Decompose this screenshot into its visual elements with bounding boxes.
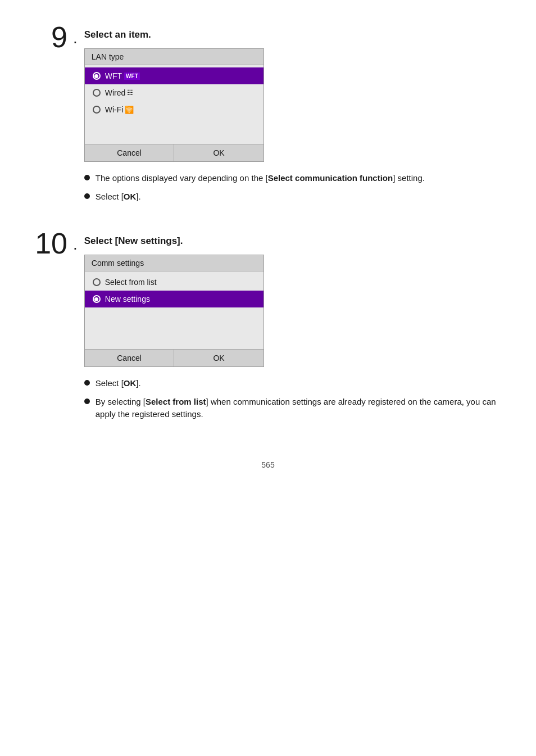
step-number-9: 9 bbox=[34, 22, 67, 52]
step-content-9: Select an item. LAN type WFT WFT Wired ☷ bbox=[84, 22, 502, 209]
cancel-button-10[interactable]: Cancel bbox=[85, 350, 175, 366]
wft-badge: WFT bbox=[124, 73, 140, 80]
screen-row-select-list[interactable]: Select from list bbox=[85, 274, 264, 291]
row-label-wifi: Wi-Fi bbox=[105, 105, 124, 114]
step-9: 9 . Select an item. LAN type WFT WFT Wir… bbox=[34, 22, 502, 209]
bullet-dot-9-2 bbox=[84, 193, 90, 199]
screen-spacer-10b bbox=[85, 323, 264, 339]
bullet-dot-10-1 bbox=[84, 380, 90, 386]
row-label-wired: Wired bbox=[105, 88, 126, 97]
screen-body-9: WFT WFT Wired ☷ Wi-Fi 🛜 bbox=[85, 65, 264, 144]
screen-footer-9: Cancel OK bbox=[85, 144, 264, 161]
ok-button-10[interactable]: OK bbox=[174, 350, 264, 366]
bold-9-1: Select communication function bbox=[268, 173, 393, 183]
bullet-list-10: Select [OK]. By selecting [Select from l… bbox=[84, 377, 502, 421]
bullet-text-10-2: By selecting [Select from list] when com… bbox=[96, 396, 502, 421]
radio-select-list bbox=[93, 278, 101, 286]
bold-10-2: Select from list bbox=[146, 397, 206, 406]
camera-screen-10: Comm settings Select from list New setti… bbox=[84, 255, 264, 367]
bullet-text-9-2: Select [OK]. bbox=[96, 191, 502, 203]
screen-row-wft[interactable]: WFT WFT bbox=[85, 67, 264, 84]
bullet-10-2: By selecting [Select from list] when com… bbox=[84, 396, 502, 421]
radio-wifi bbox=[93, 106, 101, 114]
bullet-text-9-1: The options displayed vary depending on … bbox=[96, 172, 502, 185]
page-number: 565 bbox=[34, 460, 502, 469]
radio-wired bbox=[93, 89, 101, 97]
bullet-10-1: Select [OK]. bbox=[84, 377, 502, 390]
wifi-icon: 🛜 bbox=[125, 106, 134, 114]
screen-spacer-10c bbox=[85, 339, 264, 347]
camera-screen-9: LAN type WFT WFT Wired ☷ bbox=[84, 48, 264, 162]
step-title-9: Select an item. bbox=[84, 22, 502, 40]
step-number-10: 10 bbox=[34, 229, 67, 258]
network-icon: ☷ bbox=[127, 89, 133, 97]
radio-new-settings bbox=[93, 295, 101, 303]
bullet-dot-10-2 bbox=[84, 399, 90, 404]
screen-spacer-10 bbox=[85, 307, 264, 323]
bold-10-1: OK bbox=[124, 378, 137, 388]
screen-row-wired[interactable]: Wired ☷ bbox=[85, 84, 264, 101]
bullet-9-1: The options displayed vary depending on … bbox=[84, 172, 502, 185]
screen-row-wifi[interactable]: Wi-Fi 🛜 bbox=[85, 101, 264, 118]
step-dot-9: . bbox=[73, 22, 78, 46]
screen-spacer-9 bbox=[85, 118, 264, 134]
radio-inner-new-settings bbox=[94, 297, 98, 301]
screen-row-new-settings[interactable]: New settings bbox=[85, 291, 264, 307]
screen-header-10: Comm settings bbox=[85, 255, 264, 271]
step-10: 10 . Select [New settings]. Comm setting… bbox=[34, 229, 502, 427]
bold-9-2: OK bbox=[124, 192, 137, 201]
row-label-new-settings: New settings bbox=[105, 295, 150, 304]
radio-inner-wft bbox=[94, 74, 98, 78]
screen-body-10: Select from list New settings bbox=[85, 271, 264, 349]
cancel-button-9[interactable]: Cancel bbox=[85, 144, 175, 161]
row-label-wft: WFT bbox=[105, 71, 122, 80]
bullet-list-9: The options displayed vary depending on … bbox=[84, 172, 502, 203]
screen-footer-10: Cancel OK bbox=[85, 349, 264, 366]
bullet-dot-9-1 bbox=[84, 175, 90, 180]
row-label-select-list: Select from list bbox=[105, 278, 157, 287]
screen-header-9: LAN type bbox=[85, 49, 264, 65]
bullet-9-2: Select [OK]. bbox=[84, 191, 502, 203]
step-dot-10: . bbox=[73, 229, 78, 252]
bullet-text-10-1: Select [OK]. bbox=[96, 377, 502, 390]
step-title-10: Select [New settings]. bbox=[84, 229, 502, 247]
step-content-10: Select [New settings]. Comm settings Sel… bbox=[84, 229, 502, 427]
ok-button-9[interactable]: OK bbox=[174, 144, 264, 161]
radio-wft bbox=[93, 72, 101, 80]
screen-spacer-9b bbox=[85, 134, 264, 142]
